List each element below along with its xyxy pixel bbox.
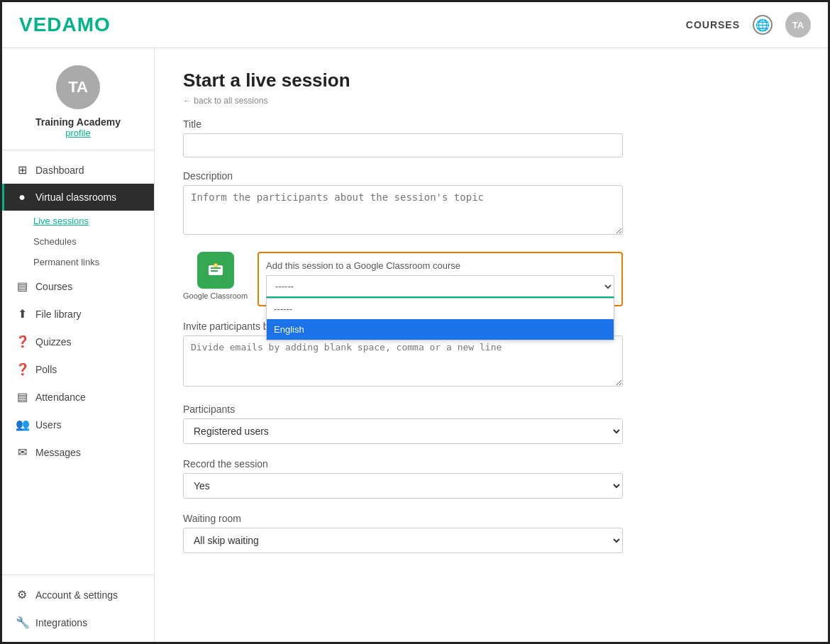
gc-dropdown-area: Add this session to a Google Classroom c… [258, 252, 623, 306]
courses-link[interactable]: COURSES [686, 19, 740, 30]
sidebar-nav: ⊞ Dashboard ● Virtual classrooms Live se… [2, 150, 154, 574]
google-classroom-section: Google Classroom Add this session to a G… [183, 252, 623, 306]
virtual-classrooms-icon: ● [16, 191, 28, 204]
sidebar-profile-link[interactable]: profile [65, 128, 90, 138]
gc-icon-wrap: Google Classroom [183, 252, 248, 300]
integrations-icon: 🔧 [16, 616, 28, 629]
sidebar-item-quizzes[interactable]: ❓ Quizzes [2, 328, 154, 355]
sidebar-item-label: Integrations [35, 617, 87, 628]
dashboard-icon: ⊞ [16, 163, 28, 177]
sidebar-profile: TA Training Academy profile [2, 48, 154, 150]
sidebar-item-label: Polls [35, 364, 57, 375]
sidebar-item-dashboard[interactable]: ⊞ Dashboard [2, 156, 154, 184]
sidebar-item-label: Attendance [35, 392, 86, 403]
sidebar-item-label: Courses [35, 281, 72, 292]
back-link[interactable]: ← back to all sessions [183, 96, 799, 106]
sidebar-item-courses[interactable]: ▤ Courses [2, 272, 154, 300]
waiting-label: Waiting room [183, 513, 623, 524]
sidebar-item-messages[interactable]: ✉ Messages [2, 438, 154, 466]
gc-select-wrap: ------ ------ English [266, 275, 614, 298]
sidebar-item-schedules[interactable]: Schedules [2, 231, 154, 252]
record-select[interactable]: Yes No [183, 473, 623, 499]
svg-rect-2 [211, 267, 221, 269]
logo: VEDAMO [19, 13, 111, 36]
waiting-select[interactable]: All skip waiting Wait for host All wait [183, 528, 623, 553]
sidebar-item-label: Virtual classrooms [35, 191, 116, 203]
participants-label: Participants [183, 404, 623, 415]
svg-rect-3 [211, 270, 218, 272]
form-section: Title Description [183, 118, 623, 553]
sidebar-item-permanent-links[interactable]: Permanent links [2, 252, 154, 272]
page-title: Start a live session [183, 70, 799, 91]
gc-icon [197, 252, 234, 289]
sidebar-item-file-library[interactable]: ⬆ File library [2, 300, 154, 328]
users-icon: 👥 [16, 418, 28, 431]
sidebar: TA Training Academy profile ⊞ Dashboard … [2, 48, 155, 642]
polls-icon: ❓ [16, 362, 28, 376]
description-label: Description [183, 170, 623, 182]
record-section: Record the session Yes No [183, 458, 623, 499]
file-library-icon: ⬆ [16, 307, 28, 321]
sidebar-item-label: Users [35, 419, 62, 431]
messages-icon: ✉ [16, 445, 28, 459]
user-avatar-top[interactable]: TA [785, 12, 811, 38]
gc-dropdown-open: ------ English [266, 298, 614, 340]
sidebar-item-label: File library [35, 309, 82, 320]
main-content: Start a live session ← back to all sessi… [155, 48, 828, 642]
sidebar-item-integrations[interactable]: 🔧 Integrations [2, 609, 154, 636]
topnav-right: COURSES 🌐 TA [686, 12, 811, 38]
gc-course-select[interactable]: ------ [266, 275, 614, 298]
title-label: Title [183, 118, 623, 130]
gc-dropdown-option-dashes[interactable]: ------ [267, 299, 614, 319]
sidebar-avatar: TA [56, 65, 100, 109]
sidebar-bottom: ⚙ Account & settings 🔧 Integrations [2, 574, 154, 642]
sidebar-item-label: Dashboard [35, 165, 84, 176]
sidebar-item-virtual-classrooms[interactable]: ● Virtual classrooms [2, 184, 154, 211]
gc-svg-icon [204, 259, 227, 282]
sidebar-item-polls[interactable]: ❓ Polls [2, 355, 154, 383]
record-label: Record the session [183, 458, 623, 470]
sidebar-item-label: Messages [35, 447, 81, 458]
sidebar-item-live-sessions[interactable]: Live sessions [2, 211, 154, 231]
courses-icon: ▤ [16, 279, 28, 293]
invite-textarea[interactable] [183, 335, 623, 387]
settings-icon: ⚙ [16, 588, 28, 601]
gc-label: Google Classroom [183, 292, 248, 300]
sidebar-item-label: Quizzes [35, 336, 72, 348]
body-wrap: TA Training Academy profile ⊞ Dashboard … [2, 48, 828, 642]
quizzes-icon: ❓ [16, 335, 28, 348]
sidebar-name: Training Academy [35, 116, 121, 128]
sidebar-item-account-settings[interactable]: ⚙ Account & settings [2, 581, 154, 609]
participants-select[interactable]: Registered users All users Invited only [183, 418, 623, 444]
gc-dropdown-title: Add this session to a Google Classroom c… [266, 260, 614, 271]
waiting-section: Waiting room All skip waiting Wait for h… [183, 513, 623, 553]
sidebar-item-users[interactable]: 👥 Users [2, 411, 154, 438]
topnav: VEDAMO COURSES 🌐 TA [2, 2, 828, 48]
globe-icon[interactable]: 🌐 [753, 15, 773, 35]
gc-dropdown-option-english[interactable]: English [267, 319, 614, 340]
title-input[interactable] [183, 133, 623, 157]
sidebar-item-attendance[interactable]: ▤ Attendance [2, 383, 154, 411]
attendance-icon: ▤ [16, 390, 28, 404]
description-textarea[interactable] [183, 185, 623, 235]
sidebar-item-label: Account & settings [35, 589, 118, 601]
screen: VEDAMO COURSES 🌐 TA TA Training Academy … [0, 0, 830, 644]
participants-section: Participants Registered users All users … [183, 404, 623, 444]
svg-point-5 [214, 265, 216, 267]
